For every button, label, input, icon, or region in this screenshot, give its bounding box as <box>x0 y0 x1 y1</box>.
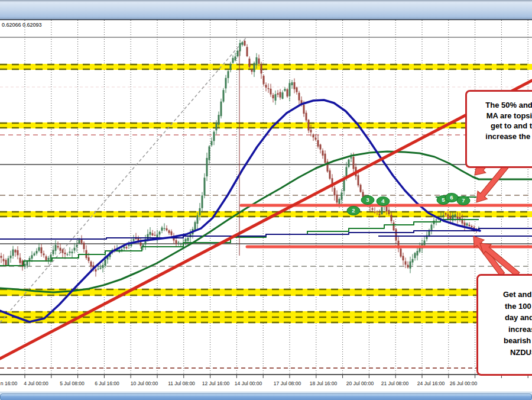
callout-text-line: day and the <box>482 312 532 324</box>
x-axis-label: 4 Jul 00:00 <box>24 380 48 386</box>
chart-canvas[interactable]: 234567 <box>0 0 532 400</box>
callout-text-line: the 100 hou <box>482 301 532 312</box>
quote-text: 0.62066 0.62093 <box>2 22 42 28</box>
callout-text-line: increases <box>482 324 532 336</box>
x-axis-label: n 16:00 <box>1 380 17 386</box>
svg-text:4: 4 <box>381 198 385 204</box>
callout-text-line: get to and th <box>469 121 532 131</box>
callout-top-note[interactable]: The 50% and thMA are topsideget to and t… <box>465 90 532 168</box>
x-axis-label: 21 Jul 08:00 <box>381 380 408 386</box>
callout-bottom-note[interactable]: Get and staythe 100 houday and theincrea… <box>476 274 532 376</box>
callout-text-line: NZDUSD <box>482 347 532 359</box>
svg-text:3: 3 <box>366 196 369 203</box>
x-axis-labels: n 16:004 Jul 00:005 Jul 08:006 Jul 16:00… <box>0 380 532 389</box>
x-axis-label: 17 Jul 08:00 <box>274 380 301 386</box>
badge-3[interactable]: 3 <box>361 196 374 205</box>
x-axis-label: 20 Jul 00:00 <box>346 380 374 386</box>
x-axis-label: 5 Jul 08:00 <box>60 380 85 386</box>
badge-6[interactable]: 6 <box>445 193 458 202</box>
callout-text-line: bearish bias <box>482 335 532 347</box>
svg-text:5: 5 <box>442 196 445 203</box>
svg-text:7: 7 <box>462 197 465 204</box>
scrollbar-thumb[interactable] <box>0 393 532 400</box>
x-axis-label: 10 Jul 00:00 <box>131 380 158 386</box>
callout-text-line: MA are topside <box>469 111 532 121</box>
badge-2[interactable]: 2 <box>347 207 360 215</box>
candlesticks <box>1 40 480 277</box>
x-axis-label: 6 Jul 16:00 <box>95 380 119 386</box>
ma-200hour-green[interactable] <box>0 151 532 292</box>
svg-text:2: 2 <box>352 207 355 214</box>
x-axis-label: 11 Jul 08:00 <box>168 380 195 386</box>
callout-text-line: increase the bu <box>469 131 532 142</box>
gray-dashed-trendline[interactable] <box>0 37 247 322</box>
chart-window: 234567 0.62066 0.62093 n 16:004 Jul 00:0… <box>0 0 532 400</box>
x-axis-label: 18 Jul 16:00 <box>310 380 337 386</box>
horizontal-scrollbar[interactable] <box>0 392 532 400</box>
title-bar <box>0 0 532 20</box>
x-axis-label: 26 Jul 00:00 <box>450 380 477 386</box>
callout-text-line: The 50% and th <box>469 100 532 111</box>
x-axis-label: 12 Jul 16:00 <box>202 380 229 386</box>
x-axis-label: 14 Jul 00:00 <box>235 380 262 386</box>
badge-7[interactable]: 7 <box>457 196 470 205</box>
callout-text-line: Get and stay <box>482 289 532 301</box>
badge-4[interactable]: 4 <box>377 197 390 206</box>
svg-text:6: 6 <box>450 194 453 201</box>
x-axis-label: 24 Jul 16:00 <box>417 380 445 386</box>
